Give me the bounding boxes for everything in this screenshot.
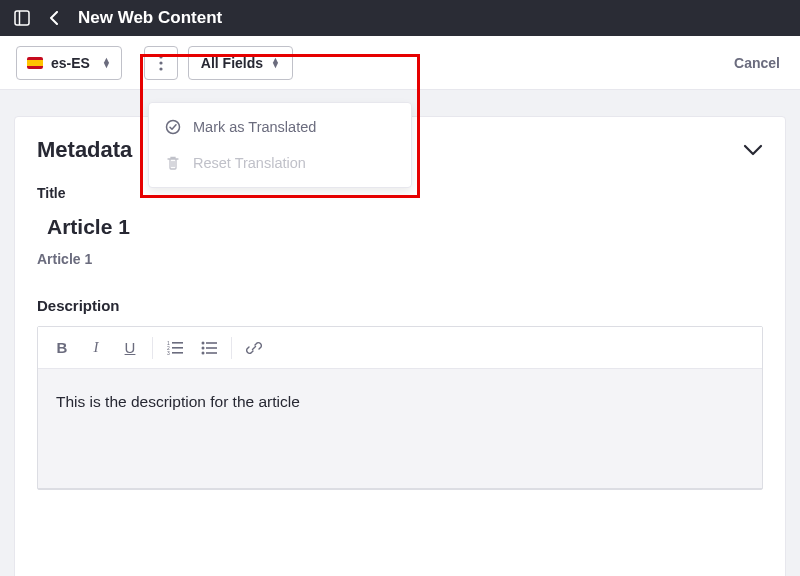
svg-rect-8 [172, 347, 183, 349]
link-icon [246, 340, 262, 356]
svg-point-15 [202, 351, 205, 354]
collapse-toggle[interactable] [743, 144, 763, 156]
cancel-button[interactable]: Cancel [734, 55, 780, 71]
mark-as-translated-item[interactable]: Mark as Translated [149, 109, 411, 145]
svg-point-2 [159, 55, 162, 58]
flag-es-icon [27, 57, 43, 69]
rte-unordered-list-button[interactable] [193, 333, 225, 363]
panel-toggle-icon[interactable] [14, 10, 30, 26]
toolbar: es-ES ▲▼ All Fields ▲▼ Cancel [0, 36, 800, 90]
check-circle-icon [165, 119, 181, 135]
svg-point-3 [159, 61, 162, 64]
rte-content[interactable]: This is the description for the article [38, 369, 762, 489]
sort-arrows-icon: ▲▼ [102, 58, 111, 68]
svg-text:3: 3 [167, 350, 170, 355]
svg-rect-6 [172, 342, 183, 344]
page-title: New Web Content [78, 8, 222, 28]
svg-point-13 [202, 346, 205, 349]
trash-icon [165, 155, 181, 171]
description-label: Description [37, 297, 763, 314]
rte-link-button[interactable] [238, 333, 270, 363]
back-button[interactable] [44, 11, 64, 25]
svg-rect-10 [172, 352, 183, 354]
fields-filter-button[interactable]: All Fields ▲▼ [188, 46, 293, 80]
svg-rect-14 [206, 347, 217, 349]
fields-filter-label: All Fields [201, 55, 263, 71]
app-header: New Web Content [0, 0, 800, 36]
separator [231, 337, 232, 359]
description-text: This is the description for the article [56, 393, 744, 411]
svg-point-4 [159, 67, 162, 70]
translation-options-menu: Mark as Translated Reset Translation [148, 102, 412, 188]
kebab-icon [159, 55, 163, 71]
reset-translation-item: Reset Translation [149, 145, 411, 181]
locale-label: es-ES [51, 55, 90, 71]
rte-ordered-list-button[interactable]: 123 [159, 333, 191, 363]
title-value-primary: Article 1 [47, 215, 763, 239]
translation-options-button[interactable] [144, 46, 178, 80]
sort-arrows-icon: ▲▼ [271, 58, 280, 68]
rte-bold-button[interactable]: B [46, 333, 78, 363]
svg-rect-16 [206, 352, 217, 354]
svg-rect-12 [206, 342, 217, 344]
rich-text-editor: B I U 123 This is the description for th… [37, 326, 763, 490]
rte-italic-button[interactable]: I [80, 333, 112, 363]
separator [152, 337, 153, 359]
rte-toolbar: B I U 123 [38, 327, 762, 369]
locale-selector[interactable]: es-ES ▲▼ [16, 46, 122, 80]
reset-translation-label: Reset Translation [193, 155, 306, 171]
ordered-list-icon: 123 [167, 341, 183, 355]
chevron-down-icon [743, 144, 763, 156]
unordered-list-icon [201, 341, 217, 355]
mark-translated-label: Mark as Translated [193, 119, 316, 135]
title-value-secondary: Article 1 [37, 251, 763, 267]
svg-rect-0 [15, 11, 29, 25]
panel-heading: Metadata [37, 137, 132, 163]
rte-underline-button[interactable]: U [114, 333, 146, 363]
svg-point-11 [202, 341, 205, 344]
